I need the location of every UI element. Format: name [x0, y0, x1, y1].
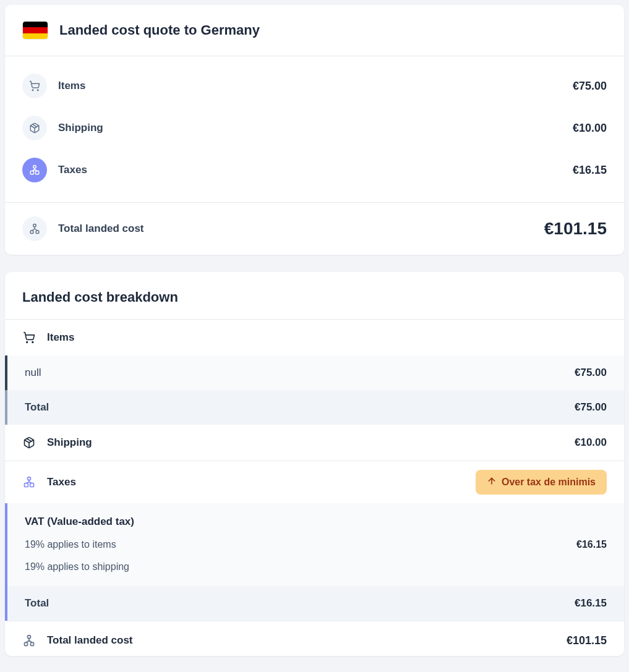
final-total-label: Total landed cost: [47, 634, 555, 647]
items-total-value: €75.00: [575, 401, 607, 414]
item-line-label: null: [25, 367, 575, 379]
breakdown-card: Landed cost breakdown Items null €75.00 …: [5, 272, 624, 656]
taxes-label: Taxes: [58, 164, 562, 176]
shipping-section-value: €10.00: [575, 436, 607, 449]
svg-rect-4: [36, 171, 39, 174]
arrow-up-icon: [487, 476, 497, 488]
taxes-total-row: Total €16.15: [5, 586, 624, 621]
taxes-icon: [22, 158, 47, 182]
svg-point-0: [32, 90, 33, 91]
hierarchy-icon: [22, 634, 36, 647]
svg-point-8: [27, 342, 28, 343]
badge-text: Over tax de minimis: [502, 477, 596, 488]
package-icon: [22, 116, 47, 140]
svg-point-1: [38, 90, 39, 91]
vat-block: VAT (Value-added tax) 19% applies to ite…: [5, 503, 624, 586]
items-value: €75.00: [573, 80, 607, 93]
summary-card: Landed cost quote to Germany Items €75.0…: [5, 5, 624, 255]
summary-row-items: Items €75.00: [22, 65, 607, 107]
cart-icon: [22, 331, 36, 344]
taxes-section-header: Taxes Over tax de minimis: [5, 461, 624, 503]
taxes-total-label: Total: [25, 597, 575, 610]
svg-rect-12: [30, 483, 34, 487]
taxes-value: €16.15: [573, 164, 607, 177]
germany-flag-icon: [22, 21, 48, 40]
package-icon: [22, 436, 36, 449]
summary-header: Landed cost quote to Germany: [5, 5, 624, 56]
taxes-section-label: Taxes: [47, 476, 464, 488]
items-section-header: Items: [5, 320, 624, 355]
shipping-label: Shipping: [58, 122, 562, 134]
cart-icon: [22, 74, 47, 98]
final-total-row: Total landed cost €101.15: [5, 621, 624, 656]
shipping-section-label: Shipping: [47, 436, 563, 449]
summary-row-taxes: Taxes €16.15: [22, 149, 607, 191]
summary-row-shipping: Shipping €10.00: [22, 107, 607, 149]
final-total-value: €101.15: [567, 634, 607, 647]
shipping-section-header: Shipping €10.00: [5, 425, 624, 461]
svg-point-9: [32, 342, 33, 343]
taxes-icon: [22, 475, 36, 489]
summary-title: Landed cost quote to Germany: [59, 22, 260, 38]
vat-line-0-value: €16.15: [576, 539, 607, 550]
items-total-row: Total €75.00: [5, 390, 624, 425]
svg-rect-11: [25, 483, 28, 487]
summary-total-row: Total landed cost €101.15: [5, 202, 624, 255]
breakdown-title: Landed cost breakdown: [22, 289, 607, 305]
de-minimis-badge: Over tax de minimis: [476, 470, 607, 495]
item-line-value: €75.00: [575, 367, 607, 379]
shipping-value: €10.00: [573, 122, 607, 135]
vat-line-1-label: 19% applies to shipping: [25, 561, 607, 572]
items-section-label: Items: [47, 331, 607, 344]
items-total-label: Total: [25, 401, 575, 414]
breakdown-header: Landed cost breakdown: [5, 272, 624, 320]
hierarchy-icon: [22, 216, 47, 241]
total-value: €101.15: [544, 219, 607, 239]
svg-rect-3: [30, 171, 33, 174]
taxes-total-value: €16.15: [575, 597, 607, 610]
item-line-row: null €75.00: [5, 355, 624, 390]
summary-body: Items €75.00 Shipping €10.00 Taxes €16.1…: [5, 56, 624, 202]
vat-line-0-label: 19% applies to items: [25, 539, 576, 550]
items-label: Items: [58, 80, 562, 92]
total-label: Total landed cost: [58, 223, 533, 235]
vat-title: VAT (Value-added tax): [25, 516, 607, 528]
